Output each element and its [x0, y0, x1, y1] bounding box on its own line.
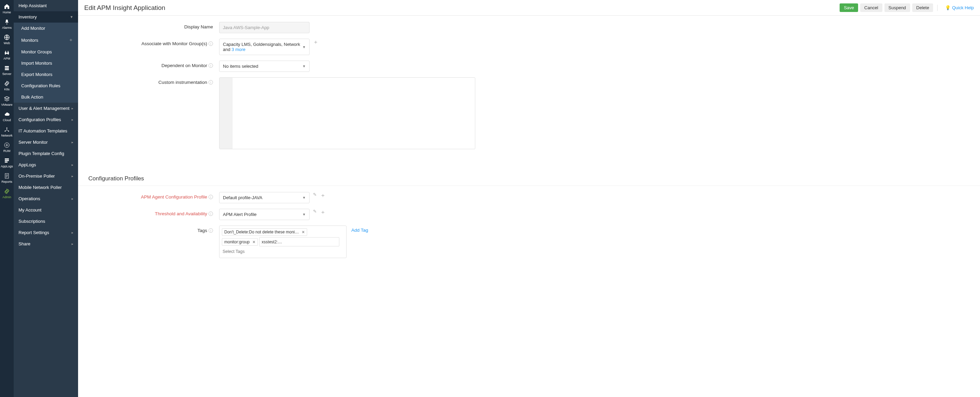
rail-label: Web	[4, 41, 10, 45]
rail-item-k8s[interactable]: K8s	[0, 78, 14, 94]
remove-tag-icon[interactable]: ✕	[252, 240, 255, 245]
save-button[interactable]: Save	[840, 3, 858, 12]
sidebar-item-monitor-groups[interactable]: Monitor Groups	[14, 46, 78, 57]
quick-help-label: Quick Help	[952, 5, 974, 10]
main-content: Edit APM Insight Application Save Cancel…	[78, 0, 980, 397]
stack-icon	[4, 65, 10, 71]
grid-icon	[4, 142, 10, 148]
chevron-right-icon: ▸	[72, 231, 73, 234]
sidebar-item-import-monitors[interactable]: Import Monitors	[14, 57, 78, 69]
bulb-icon: 💡	[945, 5, 951, 10]
threshold-select[interactable]: APM Alert Profile ▼	[219, 209, 310, 220]
label-associate-group: Associate with Monitor Group(s) i	[88, 39, 219, 46]
delete-button[interactable]: Delete	[912, 3, 934, 12]
svg-rect-3	[5, 69, 9, 70]
gear-icon	[4, 188, 10, 194]
rail-item-applogs[interactable]: AppLogs	[0, 156, 14, 171]
rail-label: Cloud	[3, 118, 11, 122]
sidebar-item-label: Bulk Action	[21, 94, 43, 100]
bell-icon	[4, 19, 10, 25]
chevron-right-icon: ▸	[72, 242, 73, 246]
rail-item-home[interactable]: Home	[0, 2, 14, 17]
sidebar-header-label: Inventory	[19, 14, 37, 19]
sidebar-item-label: Server Monitor	[19, 140, 48, 145]
custom-instrumentation-editor[interactable]	[219, 77, 475, 149]
dependent-monitor-select[interactable]: No items selected ▼	[219, 60, 310, 72]
sidebar-item-label: Add Monitor	[21, 26, 45, 31]
sidebar-item-monitors[interactable]: Monitors＋	[14, 34, 78, 46]
form-area: Display Name Associate with Monitor Grou…	[78, 16, 980, 168]
binoc-icon	[4, 49, 10, 56]
sidebar-item-add-monitor[interactable]: Add Monitor	[14, 22, 78, 34]
label-tags: Tags i	[88, 225, 219, 233]
edit-icon[interactable]: ✎	[313, 192, 317, 197]
edit-icon[interactable]: ✎	[313, 209, 317, 214]
rail-item-reports[interactable]: Reports	[0, 171, 14, 186]
sidebar-item-applogs[interactable]: AppLogs▸	[14, 159, 78, 170]
label-custom-instrumentation: Custom instrumentation i	[88, 77, 219, 85]
sidebar-help-assistant[interactable]: Help Assistant	[14, 0, 78, 11]
apm-profile-select[interactable]: Default profile-JAVA ▼	[219, 192, 310, 203]
rail-item-alarms[interactable]: Alarms	[0, 17, 14, 32]
sidebar-item-it-automation-templates[interactable]: IT Automation Templates	[14, 125, 78, 137]
info-icon[interactable]: i	[208, 80, 213, 84]
sidebar-item-my-account[interactable]: My Account	[14, 204, 78, 216]
svg-rect-9	[5, 160, 9, 161]
sidebar-item-operations[interactable]: Operations▸	[14, 193, 78, 204]
add-icon[interactable]: ＋	[320, 209, 326, 216]
rail-item-apm[interactable]: APM	[0, 48, 14, 63]
tag-label: xsstest2:✕	[262, 238, 337, 245]
rail-item-rum[interactable]: RUM	[0, 140, 14, 156]
sidebar-inventory-header[interactable]: Inventory ▼	[14, 11, 78, 22]
tags-input[interactable]	[221, 247, 344, 256]
sidebar-item-on-premise-poller[interactable]: On-Premise Poller▸	[14, 170, 78, 182]
editor-body[interactable]	[232, 78, 475, 149]
sidebar-item-user-alert-management[interactable]: User & Alert Management▸	[14, 103, 78, 114]
sidebar-item-bulk-action[interactable]: Bulk Action	[14, 91, 78, 103]
tags-box[interactable]: Don't_Delete:Do not delete these moni…✕m…	[219, 225, 347, 258]
display-name-input[interactable]	[219, 22, 310, 33]
plus-icon[interactable]: ＋	[68, 37, 73, 43]
remove-tag-icon[interactable]: ✕	[302, 230, 305, 234]
sidebar-item-configuration-profiles[interactable]: Configuration Profiles▸	[14, 114, 78, 125]
info-icon[interactable]: i	[208, 211, 213, 216]
separator	[937, 5, 937, 11]
gear-icon	[4, 81, 10, 87]
sidebar-item-export-monitors[interactable]: Export Monitors	[14, 69, 78, 80]
sidebar-item-label: Plugin Template Config	[19, 151, 64, 156]
add-group-icon[interactable]: ＋	[313, 39, 318, 46]
label-apm-profile[interactable]: APM Agent Configuration Profile i	[88, 192, 219, 200]
info-icon[interactable]: i	[208, 63, 213, 68]
add-tag-link[interactable]: Add Tag	[351, 225, 368, 233]
rail-item-cloud[interactable]: Cloud	[0, 109, 14, 125]
sidebar-item-plugin-template-config[interactable]: Plugin Template Config	[14, 148, 78, 159]
info-icon[interactable]: i	[208, 41, 213, 46]
chevron-right-icon: ▸	[72, 197, 73, 200]
sidebar-item-label: User & Alert Management	[19, 106, 70, 111]
chevron-right-icon: ▸	[72, 140, 73, 144]
add-icon[interactable]: ＋	[320, 192, 326, 199]
rail-item-network[interactable]: Network	[0, 125, 14, 140]
sidebar-item-mobile-network-poller[interactable]: Mobile Network Poller	[14, 182, 78, 193]
rail-item-admin[interactable]: Admin	[0, 186, 14, 202]
suspend-button[interactable]: Suspend	[885, 3, 910, 12]
chevron-right-icon: ▸	[72, 118, 73, 122]
cancel-button[interactable]: Cancel	[860, 3, 882, 12]
rail-item-web[interactable]: Web	[0, 32, 14, 48]
chevron-down-icon: ▼	[70, 15, 73, 19]
rail-item-vmware[interactable]: VMware	[0, 94, 14, 109]
sidebar-item-share[interactable]: Share▸	[14, 238, 78, 249]
sidebar-item-report-settings[interactable]: Report Settings▸	[14, 227, 78, 238]
tag-label: Don't_Delete:Do not delete these moni…	[224, 230, 299, 234]
sidebar-item-subscriptions[interactable]: Subscriptions	[14, 216, 78, 227]
more-link[interactable]: 3 more	[231, 47, 245, 52]
sidebar-item-configuration-rules[interactable]: Configuration Rules	[14, 80, 78, 91]
label-threshold[interactable]: Threshold and Availability i	[88, 209, 219, 216]
sidebar-item-server-monitor[interactable]: Server Monitor▸	[14, 137, 78, 148]
info-icon[interactable]: i	[208, 195, 213, 199]
associate-group-select[interactable]: Capacity LMS, Goldensignals, Network and…	[219, 39, 310, 55]
globe-icon	[4, 34, 10, 40]
rail-item-server[interactable]: Server	[0, 63, 14, 78]
info-icon[interactable]: i	[208, 228, 213, 233]
quick-help-link[interactable]: 💡 Quick Help	[945, 5, 974, 10]
